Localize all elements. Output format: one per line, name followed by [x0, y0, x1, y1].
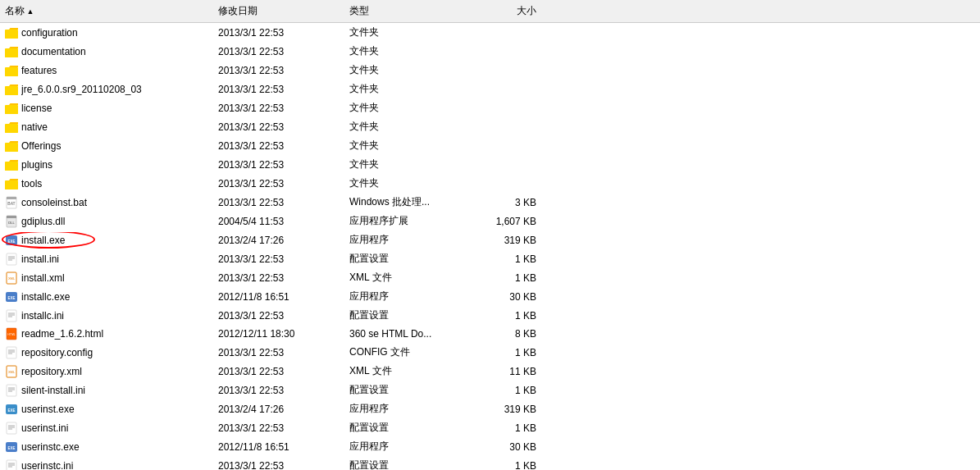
- file-date: 2013/2/4 17:26: [213, 402, 344, 417]
- file-date: 2012/11/8 16:51: [213, 290, 344, 304]
- file-size: 1,607 KB: [476, 214, 541, 229]
- list-item[interactable]: license2013/3/1 22:53文件夹: [0, 98, 980, 117]
- list-item[interactable]: Offerings2013/3/1 22:53文件夹: [0, 136, 980, 155]
- svg-rect-9: [5, 106, 18, 114]
- exe-icon: EXE: [5, 440, 18, 454]
- list-item[interactable]: HTML readme_1.6.2.html2012/12/11 18:3036…: [0, 325, 980, 343]
- file-name-cell: installc.ini: [0, 308, 213, 324]
- file-date: 2012/11/8 16:51: [213, 440, 344, 454]
- file-type: 配置设置: [344, 307, 476, 324]
- svg-rect-3: [5, 49, 18, 57]
- list-item[interactable]: jre_6.0.0.sr9_20110208_032013/3/1 22:53文…: [0, 80, 980, 98]
- list-item[interactable]: EXE install.exe2013/2/4 17:26应用程序319 KB: [0, 230, 980, 249]
- svg-rect-52: [7, 422, 16, 434]
- file-name-text: plugins: [21, 159, 52, 171]
- list-item[interactable]: userinstc.ini2013/3/1 22:53配置设置1 KB: [0, 456, 980, 470]
- file-size: [476, 88, 541, 91]
- file-date: 2013/3/1 22:53: [213, 421, 344, 436]
- list-item[interactable]: installc.ini2013/3/1 22:53配置设置1 KB: [0, 306, 980, 325]
- svg-text:EXE: EXE: [7, 445, 15, 449]
- file-size: [476, 107, 541, 110]
- list-item[interactable]: EXE installc.exe2012/11/8 16:51应用程序30 KB: [0, 287, 980, 306]
- file-type: 文件夹: [344, 156, 476, 173]
- file-date: 2013/3/1 22:53: [213, 139, 344, 153]
- list-item[interactable]: XML repository.xml2013/3/1 22:53XML 文件11…: [0, 362, 980, 381]
- folder-icon: [5, 158, 18, 171]
- file-name-cell: jre_6.0.0.sr9_20110208_03: [0, 81, 213, 98]
- file-size: 8 KB: [476, 326, 541, 341]
- svg-text:XML: XML: [8, 370, 16, 374]
- file-rows: configuration2013/3/1 22:53文件夹 documenta…: [0, 23, 980, 470]
- list-item[interactable]: documentation2013/3/1 22:53文件夹: [0, 42, 980, 61]
- header-date[interactable]: 修改日期: [213, 2, 344, 21]
- list-item[interactable]: silent-install.ini2013/3/1 22:53配置设置1 KB: [0, 381, 980, 399]
- file-name-text: install.ini: [21, 253, 59, 265]
- file-name-text: configuration: [21, 27, 78, 39]
- ini-icon: [5, 422, 18, 435]
- file-name-cell: DLL gdiplus.dll: [0, 213, 213, 230]
- file-name-text: userinstc.ini: [21, 460, 73, 471]
- svg-rect-7: [5, 87, 18, 95]
- file-name-text: installc.exe: [21, 291, 70, 303]
- file-size: [476, 144, 541, 148]
- file-date: 2012/12/11 18:30: [213, 326, 344, 341]
- header-size[interactable]: 大小: [476, 2, 541, 21]
- file-name-cell: plugins: [0, 157, 213, 173]
- file-date: 2013/3/1 22:53: [213, 308, 344, 323]
- list-item[interactable]: repository.config2013/3/1 22:53CONFIG 文件…: [0, 343, 980, 362]
- list-item[interactable]: EXE userinstc.exe2012/11/8 16:51应用程序30 K…: [0, 437, 980, 456]
- list-item[interactable]: configuration2013/3/1 22:53文件夹: [0, 23, 980, 42]
- file-size: 1 KB: [476, 252, 541, 267]
- list-item[interactable]: native2013/3/1 22:53文件夹: [0, 117, 980, 136]
- list-item[interactable]: DLL gdiplus.dll2004/5/4 11:53应用程序扩展1,607…: [0, 212, 980, 230]
- file-name-cell: userinst.ini: [0, 420, 213, 436]
- file-date: 2013/3/1 22:53: [213, 364, 344, 379]
- file-size: [476, 50, 541, 53]
- file-date: 2013/3/1 22:53: [213, 157, 344, 172]
- file-type: 应用程序: [344, 400, 476, 418]
- svg-text:DLL: DLL: [8, 221, 15, 225]
- file-type: CONFIG 文件: [344, 344, 476, 361]
- svg-text:BAT: BAT: [7, 201, 15, 206]
- file-size: [476, 125, 541, 129]
- file-date: 2004/5/4 11:53: [213, 214, 344, 229]
- folder-icon: [5, 121, 18, 134]
- list-item[interactable]: userinst.ini2013/3/1 22:53配置设置1 KB: [0, 418, 980, 437]
- column-headers: 名称 修改日期 类型 大小: [0, 0, 980, 23]
- list-item[interactable]: XML install.xml2013/3/1 22:53XML 文件1 KB: [0, 268, 980, 287]
- list-item[interactable]: plugins2013/3/1 22:53文件夹: [0, 155, 980, 174]
- file-name-cell: HTML readme_1.6.2.html: [0, 326, 213, 342]
- file-name-cell: userinstc.ini: [0, 458, 213, 471]
- list-item[interactable]: install.ini2013/3/1 22:53配置设置1 KB: [0, 249, 980, 268]
- file-name-cell: EXE installc.exe: [0, 289, 213, 305]
- html-icon: HTML: [5, 327, 18, 340]
- svg-rect-15: [5, 162, 18, 171]
- file-size: 1 KB: [476, 383, 541, 398]
- file-name-cell: configuration: [0, 25, 213, 41]
- list-item[interactable]: BAT consoleinst.bat2013/3/1 22:53Windows…: [0, 193, 980, 212]
- svg-rect-46: [7, 385, 16, 396]
- file-type: 360 se HTML Do...: [344, 326, 476, 341]
- file-name-cell: tools: [0, 176, 213, 192]
- file-date: 2013/3/1 22:53: [213, 195, 344, 210]
- list-item[interactable]: EXE userinst.exe2013/2/4 17:26应用程序319 KB: [0, 399, 980, 418]
- file-name-text: userinst.ini: [21, 422, 68, 434]
- file-size: [476, 182, 541, 185]
- file-type: XML 文件: [344, 269, 476, 286]
- file-size: 319 KB: [476, 402, 541, 417]
- file-name-text: native: [21, 121, 48, 133]
- list-item[interactable]: tools2013/3/1 22:53文件夹: [0, 174, 980, 193]
- file-size: 11 KB: [476, 364, 541, 379]
- list-item[interactable]: features2013/3/1 22:53文件夹: [0, 61, 980, 80]
- header-name[interactable]: 名称: [0, 2, 213, 21]
- file-date: 2013/3/1 22:53: [213, 82, 344, 97]
- header-type[interactable]: 类型: [344, 2, 476, 21]
- file-name-cell: install.ini: [0, 251, 213, 267]
- svg-rect-5: [5, 68, 18, 76]
- file-name-text: readme_1.6.2.html: [21, 328, 103, 340]
- file-date: 2013/2/4 17:26: [213, 233, 344, 248]
- file-date: 2013/3/1 22:53: [213, 383, 344, 398]
- svg-rect-26: [7, 253, 16, 265]
- file-date: 2013/3/1 22:53: [213, 44, 344, 59]
- file-name-text: jre_6.0.0.sr9_20110208_03: [21, 84, 142, 95]
